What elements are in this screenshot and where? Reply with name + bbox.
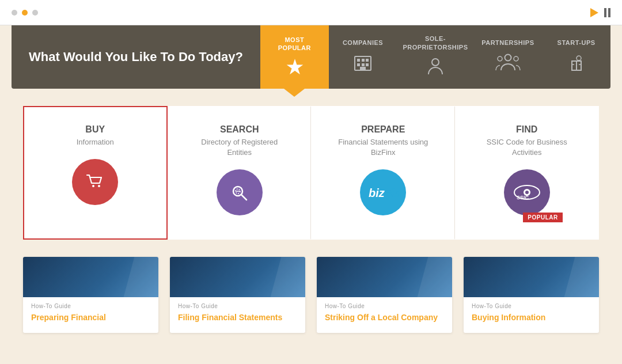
tab-companies-label: COMPANIES [343,39,383,47]
startup-icon [566,52,587,75]
svg-text:biz: biz [369,187,385,199]
action-card-search[interactable]: SEARCH Directory of RegisteredEntities [168,106,312,240]
svg-text:Fin: Fin [384,187,399,199]
find-icon-circle: SSIC POPULAR [504,169,550,215]
main-content: BUY Information SEARCH Directory of Regi… [0,89,622,344]
guide-3-title: Buying Information [472,312,591,324]
find-subtitle: SSIC Code for BusinessActivities [487,137,567,158]
guide-card-3[interactable]: How-To Guide Buying Information [464,257,599,333]
guide-card-0-body: How-To Guide Preparing Financial [23,297,158,333]
tab-most-popular-label: MOSTPOPULAR [278,36,311,52]
guide-card-0-header [23,257,158,297]
nav-section: What Would You Like To Do Today? MOSTPOP… [12,25,610,89]
nav-heading-text: What Would You Like To Do Today? [29,49,243,66]
search-subtitle: Directory of RegisteredEntities [201,137,278,158]
buy-title: BUY [85,124,105,135]
tab-sole-proprietorships[interactable]: SOLE-PROPRIETORSHIPS [397,25,473,89]
play-button[interactable] [590,8,598,17]
guide-0-label: How-To Guide [31,303,150,309]
person-icon [425,56,446,79]
popular-badge: POPULAR [523,213,562,222]
top-bar [0,0,622,25]
guide-2-label: How-To Guide [325,303,444,309]
svg-rect-7 [360,67,366,70]
guide-card-2-header [317,257,452,297]
action-card-buy[interactable]: BUY Information [23,106,168,240]
svg-point-11 [514,56,518,61]
star-icon: ★ [286,56,304,78]
playback-controls [590,8,610,17]
pause-bar-1 [604,8,606,17]
guide-1-label: How-To Guide [178,303,297,309]
svg-rect-3 [366,59,369,62]
action-card-find[interactable]: FIND SSIC Code for BusinessActivities SS… [455,106,600,240]
guide-0-title: Preparing Financial [31,312,150,324]
svg-rect-1 [357,59,360,62]
svg-text:SSIC: SSIC [517,195,529,200]
guide-card-3-body: How-To Guide Buying Information [464,297,599,333]
svg-line-21 [241,195,246,200]
group-icon [495,52,521,75]
guide-card-1[interactable]: How-To Guide Filing Financial Statements [170,257,305,333]
tab-companies[interactable]: COMPANIES [329,25,397,89]
search-icon-circle [217,169,263,215]
prepare-title: PREPARE [361,124,405,135]
buy-icon-circle [72,159,118,205]
dot-3[interactable] [32,10,38,16]
action-card-prepare[interactable]: PREPARE Financial Statements usingBizFin… [311,106,455,240]
tab-partnerships[interactable]: PARTNERSHIPS [473,25,542,89]
buy-subtitle: Information [77,137,114,147]
nav-heading: What Would You Like To Do Today? [12,25,260,89]
svg-point-28 [525,191,529,194]
svg-rect-5 [362,63,365,66]
pause-button[interactable] [604,8,610,17]
svg-point-8 [432,59,439,66]
nav-tabs: MOSTPOPULAR ★ COMPANIES SOLE-PROPRIETORS [260,25,610,89]
action-cards-row: BUY Information SEARCH Directory of Regi… [23,106,599,240]
pause-bar-2 [608,8,610,17]
svg-point-18 [92,185,94,187]
carousel-dots [12,10,38,16]
guide-card-2-body: How-To Guide Striking Off a Local Compan… [317,297,452,333]
search-title: SEARCH [220,124,259,135]
guide-card-2[interactable]: How-To Guide Striking Off a Local Compan… [317,257,452,333]
svg-point-10 [498,56,502,61]
svg-rect-4 [357,63,360,66]
guide-card-0[interactable]: How-To Guide Preparing Financial [23,257,158,333]
dot-2[interactable] [22,10,28,16]
tab-partnerships-label: PARTNERSHIPS [481,39,534,47]
tab-startups-label: START-UPS [557,39,596,47]
dot-1[interactable] [12,10,17,16]
guide-card-3-header [464,257,599,297]
svg-point-14 [577,56,581,60]
svg-point-19 [98,185,100,187]
tab-most-popular[interactable]: MOSTPOPULAR ★ [260,25,329,89]
svg-rect-2 [362,59,365,62]
svg-point-9 [505,54,511,60]
guide-card-1-body: How-To Guide Filing Financial Statements [170,297,305,333]
prepare-icon-circle: biz Fin [360,169,406,215]
tab-start-ups[interactable]: START-UPS [542,25,610,89]
guide-2-title: Striking Off a Local Company [325,312,444,324]
guide-cards-row: How-To Guide Preparing Financial How-To … [23,257,599,333]
prepare-subtitle: Financial Statements usingBizFinx [338,137,428,158]
guide-1-title: Filing Financial Statements [178,312,297,324]
svg-rect-6 [366,63,369,66]
tab-sole-label: SOLE-PROPRIETORSHIPS [403,35,468,51]
guide-card-1-header [170,257,305,297]
find-title: FIND [516,124,537,135]
guide-3-label: How-To Guide [472,303,591,309]
building-icon [352,52,373,75]
